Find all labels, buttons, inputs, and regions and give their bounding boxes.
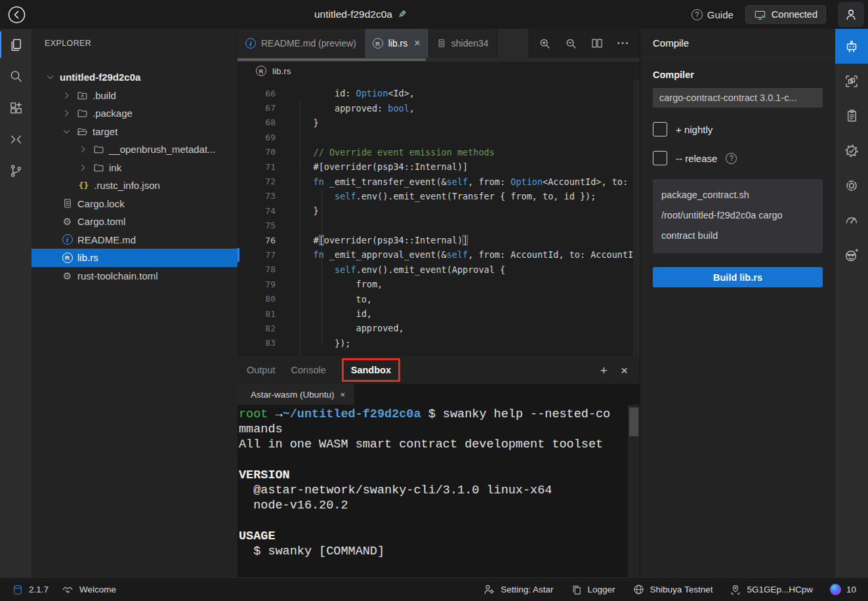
guide-button[interactable]: ? Guide [692,9,734,20]
tree-item--rustc-info-json[interactable]: {}.rustc_info.json [31,176,238,195]
line-number: 70 [238,147,276,157]
code-text: // Override event emission methods [292,147,495,157]
tab-readme[interactable]: i README.md (preview) [238,29,365,58]
activity-fun-mode[interactable] [835,238,868,272]
gear-icon: ⚙ [61,217,73,226]
back-button[interactable] [5,3,28,26]
chevron-right-icon[interactable] [77,144,89,154]
line-number: 82 [238,323,276,333]
activity-source-control[interactable] [0,155,31,186]
release-help-icon[interactable]: ? [726,153,737,164]
logger-item[interactable]: Logger [571,584,615,596]
activity-search[interactable] [0,60,31,92]
tree-item-untitled-f29d2c0a[interactable]: untitled-f29d2c0a [31,68,238,87]
tree-item--package[interactable]: .package [31,104,238,123]
terminal-line: All in one WASM smart contract developme… [239,437,628,452]
close-panel-button[interactable]: × [621,364,628,377]
code-line-70: 70 // Override event emission methods [238,145,640,159]
tree-item-readme-md[interactable]: iREADME.md [31,231,238,249]
terminal-tab[interactable]: Astar-wasm (Ubuntu) × [238,384,354,405]
code-line-66: 66 id: Option<Id>, [238,86,640,100]
chevron-right-icon[interactable] [61,108,72,118]
line-number: 71 [238,162,276,172]
activity-ai-chat[interactable] [835,168,868,203]
activity-gas-meter[interactable] [835,203,868,238]
code-line-71: 71 #[overrider(psp34::Internal)] [238,159,640,174]
tree-item-cargo-lock[interactable]: Cargo.lock [31,195,238,213]
terminal-output[interactable]: root →~/untitled-f29d2c0a $ swanky help … [238,405,628,577]
tree-item-lib-rs[interactable]: Rlib.rs [31,249,238,267]
address-item[interactable]: 5G1GEp...HCpw [730,584,813,596]
question-icon: ? [692,9,703,20]
line-number: 83 [238,338,276,348]
code-text: }); [292,338,350,348]
avatar[interactable] [838,2,864,27]
panel-tab-console[interactable]: Console [291,365,326,375]
tree-item-target[interactable]: target [31,123,238,141]
tab-librs-label: lib.rs [388,38,408,49]
tree-item--openbrush-metadat-[interactable]: __openbrush_metadat... [31,140,238,159]
close-tab-icon[interactable]: × [414,37,420,49]
release-label: -- release [676,153,717,164]
handshake-icon [62,583,74,596]
tree-item-label: ink [109,162,121,173]
globe-icon [632,583,645,596]
connected-button[interactable]: Connected [745,5,826,24]
tab-librs[interactable]: R lib.rs × [365,29,429,58]
more-actions-button[interactable]: ··· [613,33,633,53]
chevron-right-icon[interactable] [77,163,89,173]
balance-item[interactable]: 10 [830,584,856,595]
chevron-right-icon[interactable] [61,91,72,100]
network-item[interactable]: Shibuya Testnet [632,583,713,596]
tree-item-ink[interactable]: ink [31,159,238,177]
tree-item-label: .package [93,108,133,119]
release-checkbox[interactable] [653,151,667,165]
compiler-select[interactable]: cargo-contract-contract 3.0.1-c... [653,88,823,108]
code-text: to, [292,294,372,304]
new-terminal-button[interactable]: + [600,364,608,377]
zoom-out-button[interactable] [561,33,581,53]
activity-collapse[interactable] [0,123,31,155]
code-line-75: 75 [238,218,640,233]
code-text: approved, [292,323,404,333]
activity-deploy[interactable] [835,64,868,98]
line-number: 74 [238,206,276,216]
breadcrumb[interactable]: R lib.rs [238,62,640,80]
extensions-icon [9,100,24,115]
tree-item-label: README.md [77,234,136,245]
status-bar: 2.1.7 Welcome Setting: Astar [0,577,868,601]
cool-face-icon [844,247,859,263]
version-item[interactable]: 2.1.7 [12,584,49,596]
split-editor-button[interactable] [587,33,607,53]
build-button[interactable]: Build lib.rs [653,267,823,287]
tree-item-label: target [93,126,117,137]
tab-shiden34[interactable]: shiden34 [429,29,497,58]
welcome-item[interactable]: Welcome [62,583,116,596]
activity-extensions[interactable] [0,92,31,123]
zoom-in-button[interactable] [535,33,554,53]
editor-scrollbar[interactable] [633,80,640,356]
activity-compile-robot[interactable] [835,29,868,64]
chevron-down-icon[interactable] [45,72,56,82]
panel-tab-output[interactable]: Output [247,365,276,375]
info-icon: i [61,234,73,245]
tree-item--build[interactable]: .build [31,87,238,105]
code-text: self.env().emit_event(Approval { [292,264,505,275]
rename-pencil-icon[interactable]: ✎ [398,9,407,20]
line-number: 67 [238,103,276,113]
code-line-76: 76 #[overrider(psp34::Internal)] [238,233,640,247]
activity-explorer[interactable] [0,29,31,60]
tree-item-rust-toolchain-toml[interactable]: ⚙rust-toolchain.toml [31,267,238,285]
setting-item[interactable]: Setting: Astar [483,583,553,596]
code-line-69: 69 [238,130,640,144]
code-editor[interactable]: 65 #[ink(topic)]66 id: Option<Id>,67 app… [238,80,640,356]
close-terminal-icon[interactable]: × [341,390,346,400]
nightly-checkbox[interactable] [653,122,667,136]
chevron-down-icon[interactable] [61,127,72,136]
terminal-scrollbar[interactable] [628,405,640,577]
activity-verify[interactable] [835,133,868,168]
tree-item-cargo-toml[interactable]: ⚙Cargo.toml [31,213,238,231]
code-line-65: 65 #[ink(topic)] [238,80,640,86]
activity-clipboard[interactable] [835,98,868,133]
panel-tab-sandbox[interactable]: Sandbox [342,358,400,382]
